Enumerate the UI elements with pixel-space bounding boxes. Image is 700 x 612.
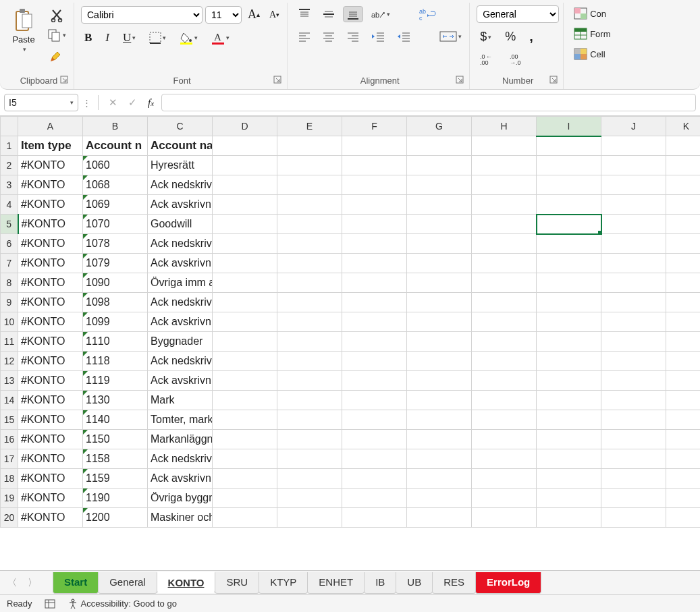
cell[interactable] xyxy=(601,254,666,273)
row-header[interactable]: 18 xyxy=(1,469,18,489)
cell[interactable] xyxy=(342,234,407,254)
fill-color-button[interactable]: ▾ xyxy=(176,29,201,47)
cell[interactable]: Ack avskrivn byggnader xyxy=(148,371,213,391)
column-header[interactable]: E xyxy=(277,117,342,136)
cell[interactable] xyxy=(342,175,407,195)
cell[interactable] xyxy=(537,234,601,254)
cell[interactable] xyxy=(666,175,701,195)
cell[interactable] xyxy=(277,469,342,489)
cell[interactable] xyxy=(277,352,342,371)
cell[interactable] xyxy=(601,489,666,508)
sheet-tab-ub[interactable]: UB xyxy=(396,572,433,594)
row-header[interactable]: 8 xyxy=(1,273,18,293)
cell[interactable] xyxy=(213,234,277,254)
cell[interactable] xyxy=(277,312,342,332)
cell[interactable]: #KONTO xyxy=(18,391,83,410)
cell[interactable] xyxy=(601,391,666,410)
align-top-button[interactable] xyxy=(294,6,315,22)
cell[interactable] xyxy=(277,371,342,391)
cell[interactable] xyxy=(537,371,601,391)
cell[interactable]: Byggnader xyxy=(148,332,213,352)
cell[interactable]: Account name xyxy=(148,136,213,156)
row-header[interactable]: 12 xyxy=(1,352,18,371)
wrap-text-button[interactable]: abc xyxy=(415,5,439,23)
cell[interactable] xyxy=(407,508,472,528)
cell[interactable]: #KONTO xyxy=(18,156,83,175)
cell[interactable]: Ack nedskrivn hyresrätt xyxy=(148,175,213,195)
column-header[interactable]: F xyxy=(342,117,407,136)
cell[interactable] xyxy=(342,156,407,175)
row-header[interactable]: 17 xyxy=(1,449,18,469)
cell[interactable] xyxy=(537,391,601,410)
row-header[interactable]: 14 xyxy=(1,391,18,410)
underline-button[interactable]: U▾ xyxy=(119,29,139,47)
sheet-tab-general[interactable]: General xyxy=(98,572,157,594)
cell[interactable] xyxy=(601,136,666,156)
cell[interactable]: #KONTO xyxy=(18,332,83,352)
cell[interactable]: Ack nedskrivn goodwill xyxy=(148,234,213,254)
cell[interactable]: #KONTO xyxy=(18,254,83,273)
decrease-indent-button[interactable] xyxy=(367,29,389,44)
orientation-button[interactable]: ab▾ xyxy=(367,6,394,22)
cell[interactable] xyxy=(601,234,666,254)
cell[interactable] xyxy=(537,273,601,293)
cell[interactable] xyxy=(472,215,537,234)
cell[interactable] xyxy=(407,215,472,234)
cell[interactable] xyxy=(407,234,472,254)
cell[interactable] xyxy=(601,430,666,449)
sheet-tab-ktyp[interactable]: KTYP xyxy=(259,572,308,594)
cell[interactable]: 1119 xyxy=(83,371,148,391)
cell[interactable] xyxy=(472,293,537,312)
cell[interactable]: Ack avskrivn hyresrätt xyxy=(148,195,213,215)
merge-center-button[interactable]: ▾ xyxy=(436,28,465,45)
cell[interactable] xyxy=(277,156,342,175)
sheet-tab-errorlog[interactable]: ErrorLog xyxy=(475,572,541,594)
cell[interactable] xyxy=(342,215,407,234)
cell[interactable] xyxy=(537,410,601,430)
cell[interactable] xyxy=(213,469,277,489)
cell[interactable] xyxy=(342,273,407,293)
dialog-launcher-icon[interactable] xyxy=(456,76,465,85)
align-right-button[interactable] xyxy=(343,29,363,44)
cell[interactable]: #KONTO xyxy=(18,195,83,215)
row-header[interactable]: 3 xyxy=(1,175,18,195)
format-as-table-button[interactable]: Form xyxy=(570,26,614,42)
cell[interactable] xyxy=(537,175,601,195)
cell[interactable] xyxy=(407,175,472,195)
cell[interactable]: 1200 xyxy=(83,508,148,528)
cell[interactable]: Ack avskrivn övriga imm anl tillg xyxy=(148,312,213,332)
cell[interactable]: Hyresrätt xyxy=(148,156,213,175)
cell[interactable] xyxy=(666,469,701,489)
cell[interactable] xyxy=(537,469,601,489)
font-color-button[interactable]: A ▾ xyxy=(208,29,233,47)
cell[interactable] xyxy=(342,352,407,371)
cell[interactable]: 1079 xyxy=(83,254,148,273)
cell[interactable] xyxy=(472,136,537,156)
cell-styles-button[interactable]: Cell xyxy=(570,46,608,62)
cell[interactable] xyxy=(277,293,342,312)
cell[interactable] xyxy=(407,195,472,215)
cell[interactable] xyxy=(537,332,601,352)
cell[interactable] xyxy=(601,371,666,391)
cell[interactable] xyxy=(213,136,277,156)
cell[interactable] xyxy=(666,430,701,449)
cell[interactable] xyxy=(666,332,701,352)
cell[interactable]: #KONTO xyxy=(18,508,83,528)
paste-button[interactable]: Paste ▾ xyxy=(8,5,39,54)
cell[interactable]: Ack nedskrivn byggnader xyxy=(148,352,213,371)
cell[interactable] xyxy=(407,312,472,332)
percent-format-button[interactable]: % xyxy=(502,28,519,46)
cell[interactable] xyxy=(472,469,537,489)
cell[interactable] xyxy=(213,410,277,430)
row-header[interactable]: 11 xyxy=(1,332,18,352)
worksheet-grid[interactable]: ABCDEFGHIJK1Item typeAccount nAccount na… xyxy=(0,116,700,570)
cell[interactable]: Markanläggningar xyxy=(148,430,213,449)
comma-format-button[interactable]: , xyxy=(526,27,537,47)
cell[interactable] xyxy=(277,391,342,410)
align-middle-button[interactable] xyxy=(319,6,339,22)
enter-formula-button[interactable]: ✓ xyxy=(125,94,140,111)
cell[interactable] xyxy=(407,391,472,410)
cell[interactable] xyxy=(277,195,342,215)
cell[interactable]: 1110 xyxy=(83,332,148,352)
row-header[interactable]: 2 xyxy=(1,156,18,175)
